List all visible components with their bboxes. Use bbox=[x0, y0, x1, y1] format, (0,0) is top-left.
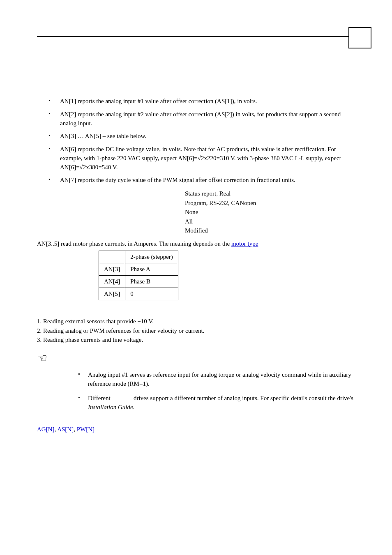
bullet-item: AN[6] reports the DC line voltage value,… bbox=[48, 145, 355, 172]
separator: , bbox=[74, 426, 77, 433]
see-also-link[interactable]: PW[N] bbox=[77, 426, 95, 433]
motor-sentence: AN[3..5] read motor phase currents, in A… bbox=[37, 240, 355, 249]
bullet-item: AN[3] … AN[5] – see table below. bbox=[48, 132, 355, 141]
table-row: 2-phase (stepper) bbox=[99, 251, 178, 263]
table-header-cell: 2-phase (stepper) bbox=[125, 251, 178, 263]
note-text: drives support a different number of ana… bbox=[132, 395, 353, 401]
numbered-item: 2. Reading analog or PWM references for … bbox=[37, 326, 355, 336]
table-row: AN[4] Phase B bbox=[99, 276, 178, 288]
bullet-item: AN[2] reports the analog input #2 value … bbox=[48, 110, 355, 128]
see-also-link[interactable]: AG[N] bbox=[37, 426, 55, 433]
phase-table: 2-phase (stepper) AN[3] Phase A AN[4] Ph… bbox=[99, 251, 178, 300]
header-rule bbox=[37, 29, 355, 37]
description-list: AN[1] reports the analog input #1 value … bbox=[48, 97, 355, 185]
pointing-hand-icon: ☞ bbox=[37, 351, 47, 365]
see-also-link[interactable]: AS[N] bbox=[57, 426, 74, 433]
attributes-block: Status report, Real Program, RS-232, CAN… bbox=[185, 189, 355, 235]
motor-type-link[interactable]: motor type bbox=[231, 240, 258, 247]
attr-line: All bbox=[185, 217, 355, 226]
bullet-item: AN[7] reports the duty cycle value of th… bbox=[48, 176, 355, 185]
notes-list: Analog input #1 serves as reference inpu… bbox=[78, 371, 355, 412]
motor-sentence-pre: AN[3..5] read motor phase currents, in A… bbox=[37, 240, 231, 247]
table-header-cell bbox=[99, 251, 125, 263]
note-text: Different bbox=[88, 395, 112, 401]
see-also: AG[N], AS[N], PW[N] bbox=[37, 426, 355, 433]
table-cell: AN[5] bbox=[99, 288, 125, 300]
numbered-item: 1. Reading external sensors that provide… bbox=[37, 317, 355, 326]
table-cell: AN[4] bbox=[99, 276, 125, 288]
table-cell: Phase A bbox=[125, 263, 178, 276]
table-cell: Phase B bbox=[125, 276, 178, 288]
numbered-list: 1. Reading external sensors that provide… bbox=[37, 317, 355, 345]
table-row: AN[3] Phase A bbox=[99, 263, 178, 276]
attr-line: None bbox=[185, 207, 355, 217]
table-row: AN[5] 0 bbox=[99, 288, 178, 300]
note-text: . bbox=[133, 404, 135, 410]
bullet-item: AN[1] reports the analog input #1 value … bbox=[48, 97, 355, 106]
attr-line: Modified bbox=[185, 226, 355, 235]
note-item: Different drives support a different num… bbox=[78, 394, 355, 412]
attr-line: Status report, Real bbox=[185, 189, 355, 198]
note-emphasis: Installation Guide bbox=[88, 404, 133, 410]
corner-box bbox=[348, 27, 371, 48]
table-cell: 0 bbox=[125, 288, 178, 300]
table-cell: AN[3] bbox=[99, 263, 125, 276]
numbered-item: 3. Reading phase currents and line volta… bbox=[37, 335, 355, 345]
note-item: Analog input #1 serves as reference inpu… bbox=[78, 371, 355, 389]
attr-line: Program, RS-232, CANopen bbox=[185, 198, 355, 208]
